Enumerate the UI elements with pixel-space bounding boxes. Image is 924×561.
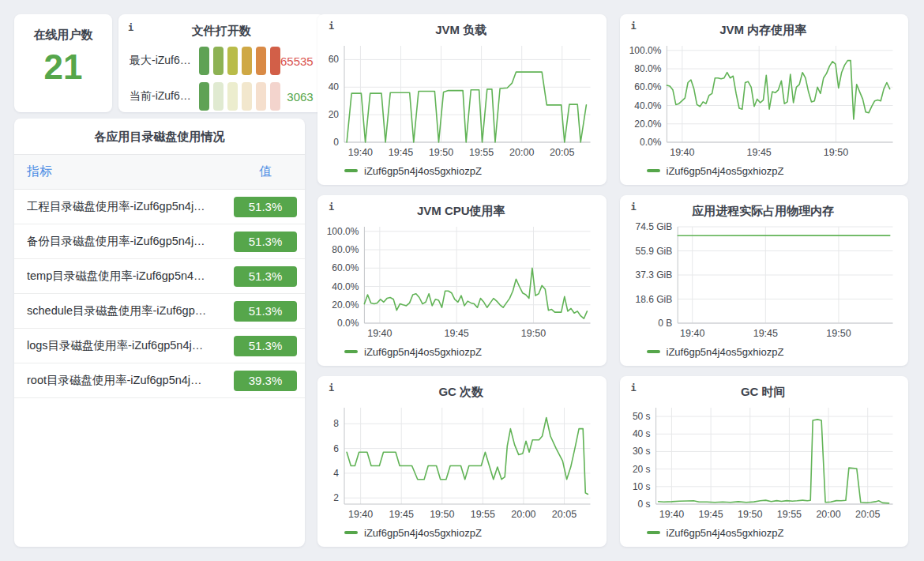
legend-series-name: iZuf6gp5n4j4os5gxhiozpZ: [364, 346, 482, 358]
table-header-value[interactable]: 值: [234, 164, 297, 180]
metric-cell: temp目录磁盘使用率-iZuf6gp5n4…: [27, 269, 205, 284]
panel-title-online-users: 在线用户数: [34, 28, 93, 42]
y-axis-tick-label: 40: [329, 81, 340, 92]
y-axis-tick-label: 40.0%: [634, 100, 661, 111]
x-axis-tick-label: 19:40: [670, 147, 694, 158]
y-axis-tick-label: 80.0%: [634, 63, 661, 74]
y-axis-tick-label: 40 s: [632, 428, 650, 439]
y-axis-tick-label: 10 s: [632, 481, 650, 492]
info-icon[interactable]: i: [128, 22, 133, 33]
jvm-cpu-chart: 0.0%20.0%40.0%60.0%80.0%100.0%19:4019:45…: [324, 220, 599, 341]
info-icon[interactable]: i: [631, 21, 637, 32]
panel-open-files: i 文件打开数 最大-iZuf6…65535当前-iZuf6…3063: [118, 14, 325, 112]
legend-item[interactable]: iZuf6gp5n4j4os5gxhiozpZ: [324, 341, 599, 363]
x-axis-tick-label: 20:05: [855, 509, 880, 520]
y-axis-tick-label: 100.0%: [327, 226, 359, 237]
y-axis-tick-label: 0 B: [658, 318, 672, 329]
chart-title-jvm-memory: JVM 内存使用率: [719, 23, 806, 37]
y-axis-tick-label: 55.9 GiB: [635, 246, 672, 257]
legend-item[interactable]: iZuf6gp5n4j4os5gxhiozpZ: [626, 160, 901, 182]
panel-jvm-cpu: i JVM CPU使用率 0.0%20.0%40.0%60.0%80.0%100…: [317, 195, 607, 366]
gauge-segment: [199, 82, 209, 111]
y-axis-tick-label: 50 s: [632, 411, 650, 422]
gauge-segment: [256, 82, 266, 111]
legend-swatch: [344, 350, 358, 353]
info-icon[interactable]: i: [329, 382, 334, 393]
gauge-segment: [199, 47, 209, 75]
value-badge: 39.3%: [234, 371, 297, 391]
gauge-row: 当前-iZuf6…3063: [130, 81, 314, 111]
legend-series-name: iZuf6gp5n4j4os5gxhiozpZ: [364, 165, 482, 177]
info-icon[interactable]: i: [329, 21, 334, 32]
table-body: 工程目录磁盘使用率-iZuf6gp5n4j…51.3%备份目录磁盘使用率-iZu…: [14, 190, 305, 398]
gauge-segment: [227, 82, 238, 111]
chart-title-gc-time: GC 时间: [741, 385, 786, 399]
y-axis-tick-label: 0 s: [637, 499, 650, 510]
y-axis-tick-label: 30 s: [632, 446, 650, 457]
info-icon[interactable]: i: [631, 382, 637, 393]
legend-swatch: [647, 531, 660, 534]
x-axis-tick-label: 19:55: [469, 147, 494, 158]
info-icon[interactable]: i: [631, 201, 637, 213]
legend-swatch: [344, 531, 358, 534]
y-axis-tick-label: 20: [329, 109, 340, 120]
jvm-memory-chart: 0.0%20.0%40.0%60.0%80.0%100.0%19:4019:45…: [626, 40, 901, 160]
value-badge: 51.3%: [234, 336, 297, 356]
panel-process-memory: i 应用进程实际占用物理内存 0 B18.6 GiB37.3 GiB55.9 G…: [620, 195, 909, 366]
panel-gc-time: i GC 时间 0 s10 s20 s30 s40 s50 s19:4019:4…: [620, 376, 909, 547]
series-line: [347, 418, 588, 495]
process-memory-chart: 0 B18.6 GiB37.3 GiB55.9 GiB74.5 GiB19:40…: [626, 220, 901, 341]
top-stat-row: 在线用户数 21 i 文件打开数 最大-iZuf6…65535当前-iZuf6……: [14, 14, 305, 112]
legend-item[interactable]: iZuf6gp5n4j4os5gxhiozpZ: [324, 160, 599, 182]
legend-item[interactable]: iZuf6gp5n4j4os5gxhiozpZ: [626, 341, 901, 363]
table-title: 各应用目录磁盘使用情况: [14, 119, 305, 155]
metric-cell: 工程目录磁盘使用率-iZuf6gp5n4j…: [27, 199, 205, 214]
table-row: 工程目录磁盘使用率-iZuf6gp5n4j…51.3%: [14, 190, 305, 224]
x-axis-tick-label: 19:40: [680, 328, 704, 339]
x-axis-tick-label: 19:50: [826, 328, 851, 339]
x-axis-tick-label: 19:55: [471, 509, 495, 520]
x-axis-tick-label: 19:40: [367, 328, 392, 339]
legend-item[interactable]: iZuf6gp5n4j4os5gxhiozpZ: [324, 521, 599, 544]
value-badge: 51.3%: [234, 197, 297, 217]
series-line: [658, 420, 888, 503]
x-axis-tick-label: 19:50: [521, 328, 546, 339]
chart-title-process-memory: 应用进程实际占用物理内存: [692, 204, 834, 218]
x-axis-tick-label: 20:00: [511, 509, 535, 520]
panel-jvm-load: i JVM 负载 020406019:4019:4519:5019:5520:0…: [317, 14, 607, 185]
metric-cell: logs目录磁盘使用率-iZuf6gp5n4j…: [27, 338, 203, 353]
table-header: 指标 值: [14, 155, 305, 190]
legend-swatch: [344, 169, 358, 172]
legend-series-name: iZuf6gp5n4j4os5gxhiozpZ: [364, 527, 482, 539]
panel-title-open-files: 文件打开数: [130, 24, 314, 38]
table-header-metric[interactable]: 指标: [27, 164, 52, 180]
x-axis-tick-label: 19:45: [753, 328, 777, 339]
x-axis-tick-label: 19:50: [430, 509, 454, 520]
gauge-label: 最大-iZuf6…: [130, 54, 199, 68]
gauge-segment: [227, 47, 238, 75]
y-axis-tick-label: 6: [333, 443, 339, 454]
y-axis-tick-label: 60.0%: [332, 262, 359, 273]
x-axis-tick-label: 19:50: [738, 509, 762, 520]
table-row: 备份目录磁盘使用率-iZuf6gp5n4j…51.3%: [14, 224, 305, 259]
value-badge: 51.3%: [234, 232, 297, 252]
y-axis-tick-label: 37.3 GiB: [635, 269, 672, 280]
y-axis-tick-label: 20.0%: [332, 299, 359, 311]
dashboard-page: 在线用户数 21 i 文件打开数 最大-iZuf6…65535当前-iZuf6……: [0, 0, 924, 561]
x-axis-tick-label: 19:40: [659, 509, 683, 520]
series-line: [667, 61, 889, 119]
x-axis-tick-label: 20:00: [509, 147, 534, 158]
legend-item[interactable]: iZuf6gp5n4j4os5gxhiozpZ: [626, 521, 901, 544]
y-axis-tick-label: 60.0%: [634, 81, 661, 92]
table-row: schedule目录磁盘使用率-iZuf6gp…51.3%: [14, 294, 305, 329]
gauge-segment: [213, 82, 223, 111]
y-axis-tick-label: 4: [333, 468, 339, 479]
gauge-rows: 最大-iZuf6…65535当前-iZuf6…3063: [130, 46, 314, 111]
info-icon[interactable]: i: [329, 201, 334, 213]
series-line: [364, 268, 587, 318]
x-axis-tick-label: 19:40: [348, 147, 373, 158]
y-axis-tick-label: 40.0%: [332, 281, 359, 292]
gauge-value: 3063: [280, 90, 314, 104]
value-badge: 51.3%: [234, 266, 297, 287]
gauge-bar-track: [199, 47, 280, 75]
